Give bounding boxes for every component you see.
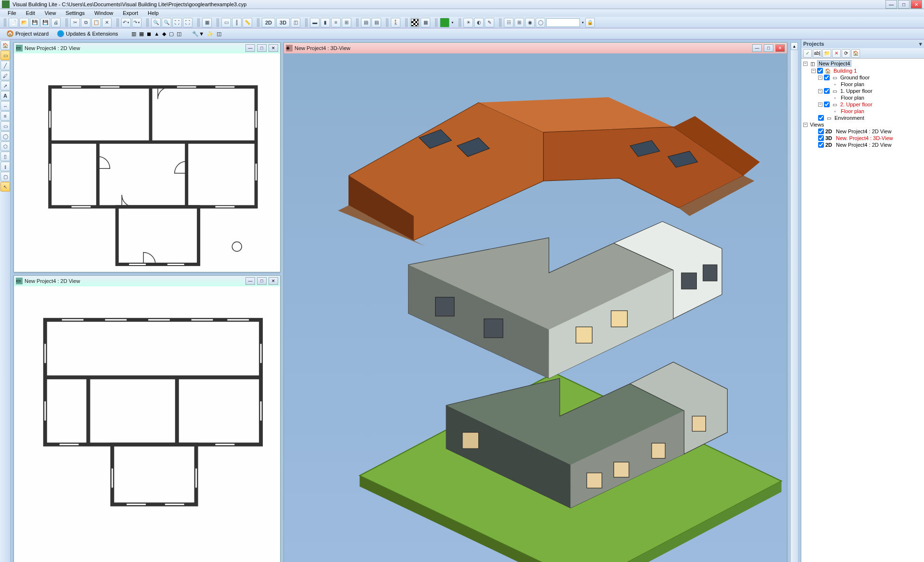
cut-button[interactable]: ✂ (70, 18, 80, 27)
menu-edit[interactable]: Edit (21, 9, 40, 17)
scroll-up-button[interactable]: ▲ (791, 42, 798, 50)
panel-menu-icon[interactable]: ▾ (919, 41, 922, 47)
compass-button[interactable]: ◯ (536, 18, 545, 27)
toolbar-grip[interactable] (116, 18, 119, 27)
cascade-button[interactable]: ≡ (331, 18, 341, 27)
north-button[interactable]: ☷ (504, 18, 513, 27)
open-button[interactable]: 📂 (19, 18, 29, 27)
expand-icon[interactable]: − (803, 123, 808, 127)
wall-tool[interactable]: ║ (232, 18, 242, 27)
tree-floorplan2-label[interactable]: Floor plan (840, 95, 865, 101)
view-3d-canvas[interactable] (284, 53, 787, 562)
expand-icon[interactable]: − (818, 102, 822, 107)
edit-button[interactable]: ✎ (485, 18, 494, 27)
vtool-rect[interactable]: ▭ (0, 121, 10, 131)
zoom-selection-button[interactable]: ⛶ (183, 18, 192, 27)
print-button[interactable]: 🖨 (51, 18, 61, 27)
expand-icon[interactable]: − (818, 76, 822, 80)
window-2d-a-close[interactable]: ✕ (269, 44, 278, 52)
new-button[interactable]: 📄 (9, 18, 18, 27)
vtool-text[interactable]: A (0, 91, 10, 101)
window-2d-a-titlebar[interactable]: ▭ New Project4 : 2D View — □ ✕ (14, 43, 280, 53)
tree-floorplan3-label[interactable]: Floor plan (840, 108, 865, 114)
tree-env-label[interactable]: Environment (834, 115, 865, 121)
tile-h-button[interactable]: ▬ (310, 18, 320, 27)
view-2d-a-canvas[interactable] (14, 53, 280, 272)
refresh-button[interactable]: ⟳ (842, 49, 850, 58)
floors-button[interactable]: ▤ (372, 18, 381, 27)
tree-floorplan1-label[interactable]: Floor plan (840, 81, 865, 87)
section-button[interactable]: ◫ (291, 18, 300, 27)
vtool-line[interactable]: ╱ (0, 61, 10, 70)
tool-b[interactable]: ▦ (139, 31, 144, 37)
tile-v-button[interactable]: ▮ (321, 18, 330, 27)
tool-wand[interactable]: ✨ (207, 31, 214, 37)
vtool-cursor[interactable]: ↖ (0, 182, 10, 192)
menu-file[interactable]: File (3, 9, 21, 17)
vtool-pen[interactable]: 🖊 (0, 71, 10, 80)
tree-view-3[interactable]: 2D New Project4 : 2D View (802, 141, 923, 148)
window-2d-b-minimize[interactable]: — (245, 277, 255, 285)
view-2d-button[interactable]: 2D (262, 18, 275, 27)
vtool-list[interactable]: ≡ (0, 111, 10, 121)
tree-visibility-checkbox[interactable] (817, 68, 823, 74)
window-2d-a-minimize[interactable]: — (245, 44, 255, 52)
vtool-select[interactable]: ▭ (0, 51, 10, 60)
tool-d[interactable]: ▲ (154, 31, 159, 37)
texture2-button[interactable]: ▦ (421, 18, 430, 27)
vtool-arrow[interactable]: ➚ (0, 81, 10, 90)
tool-f[interactable]: ▢ (169, 31, 174, 37)
toolbar-grip[interactable] (65, 18, 68, 27)
tree-visibility-checkbox[interactable] (824, 75, 830, 80)
projects-tree[interactable]: − ◫ New Project4 − 🏠 Building 1 − ▭ Grou… (801, 59, 924, 562)
tree-visibility-checkbox[interactable] (818, 128, 824, 134)
tree-visibility-checkbox[interactable] (818, 115, 824, 121)
tool-wrench[interactable]: 🔧▼ (192, 31, 204, 37)
vtool-win[interactable]: ▢ (0, 172, 10, 181)
menu-export[interactable]: Export (118, 9, 143, 17)
menu-settings[interactable]: Settings (61, 9, 90, 17)
toolbar-grip[interactable] (257, 18, 260, 27)
tree-view2-label[interactable]: New. Project4 : 3D-View (835, 135, 894, 141)
toolbar-grip[interactable] (435, 18, 438, 27)
tool-a[interactable]: ▥ (131, 31, 136, 37)
vtool-door[interactable]: ⫿ (0, 162, 10, 171)
vtool-wall[interactable]: ▯ (0, 152, 10, 161)
toolbar-grip[interactable] (386, 18, 389, 27)
toolbar-grip[interactable] (305, 18, 308, 27)
tree-views[interactable]: − Views (802, 121, 923, 128)
vtool-circle[interactable]: ◯ (0, 131, 10, 141)
expand-icon[interactable]: − (818, 89, 822, 93)
tree-upper1-label[interactable]: 1. Upper floor (839, 88, 873, 94)
tool-e[interactable]: ◆ (162, 31, 166, 37)
expand-icon[interactable]: − (811, 69, 816, 73)
select-tool[interactable]: ▭ (221, 18, 231, 27)
maximize-button[interactable]: □ (898, 0, 910, 9)
projects-panel-header[interactable]: Projects ▾ (801, 39, 924, 48)
tree-floorplan-1[interactable]: ▫ Floor plan (802, 81, 923, 88)
shadow-button[interactable]: ◐ (474, 18, 484, 27)
toolbar-grip[interactable] (459, 18, 462, 27)
window-2d-b-maximize[interactable]: □ (257, 277, 267, 285)
render-button[interactable]: ☀ (463, 18, 473, 27)
toolbar-grip[interactable] (4, 18, 7, 27)
snap-button[interactable]: ◉ (525, 18, 535, 27)
toolbar-grip[interactable] (197, 18, 200, 27)
updates-button[interactable]: 🌐 Updates & Extensions (54, 29, 121, 38)
tree-visibility-checkbox[interactable] (824, 88, 830, 94)
redo-button[interactable]: ↷▼ (132, 18, 141, 27)
tree-upper-floor-1[interactable]: − ▭ 1. Upper floor (802, 88, 923, 94)
check-button[interactable]: ✓ (803, 49, 812, 58)
expand-icon[interactable]: − (803, 62, 808, 66)
walk-button[interactable]: 🚶 (391, 18, 400, 27)
tree-environment[interactable]: ▭ Environment (802, 115, 923, 121)
delete-button[interactable]: ✕ (102, 18, 112, 27)
save-button[interactable]: 💾 (30, 18, 39, 27)
tree-upper2-label[interactable]: 2. Upper floor (839, 102, 873, 107)
undo-button[interactable]: ↶▼ (121, 18, 131, 27)
zoom-fit-button[interactable]: ⛶ (172, 18, 182, 27)
window-2d-a-maximize[interactable]: □ (257, 44, 267, 52)
measure-tool[interactable]: 📏 (243, 18, 252, 27)
tree-views-label[interactable]: Views (809, 122, 825, 128)
menu-view[interactable]: View (40, 9, 61, 17)
